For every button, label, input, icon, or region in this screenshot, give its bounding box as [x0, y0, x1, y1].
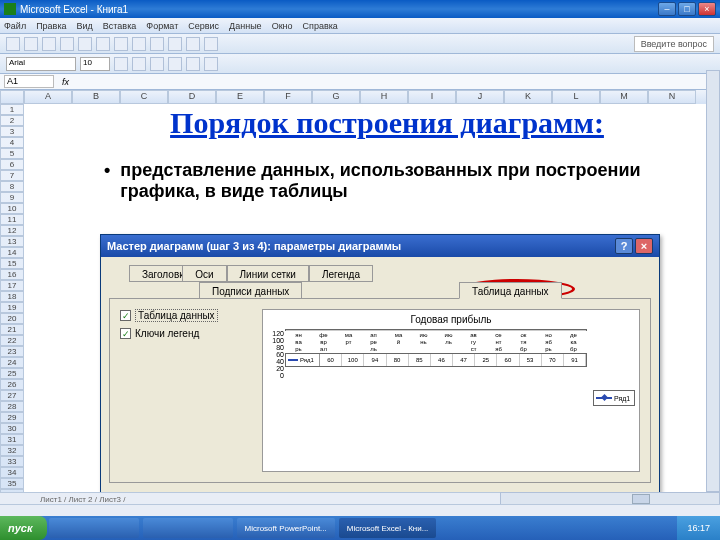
- name-box[interactable]: A1: [4, 75, 54, 88]
- taskbar-item[interactable]: [49, 518, 139, 538]
- align-left-icon[interactable]: [168, 57, 182, 71]
- open-icon[interactable]: [24, 37, 38, 51]
- undo-icon[interactable]: [132, 37, 146, 51]
- menu-view[interactable]: Вид: [77, 21, 93, 31]
- chart-icon[interactable]: [186, 37, 200, 51]
- checkbox-legendkeys[interactable]: ✓ Ключи легенд: [120, 328, 250, 339]
- bold-icon[interactable]: [114, 57, 128, 71]
- menu-format[interactable]: Формат: [146, 21, 178, 31]
- checkbox-datatable[interactable]: ✓ Таблица данных: [120, 309, 250, 322]
- row-header[interactable]: 15: [0, 258, 24, 269]
- row-header[interactable]: 35: [0, 478, 24, 489]
- font-name-select[interactable]: Arial: [6, 57, 76, 71]
- row-header[interactable]: 3: [0, 126, 24, 137]
- row-header[interactable]: 27: [0, 390, 24, 401]
- row-header[interactable]: 14: [0, 247, 24, 258]
- col-header[interactable]: F: [264, 90, 312, 104]
- row-header[interactable]: 32: [0, 445, 24, 456]
- vertical-scrollbar[interactable]: [706, 70, 720, 492]
- minimize-button[interactable]: –: [658, 2, 676, 16]
- row-header[interactable]: 10: [0, 203, 24, 214]
- menu-file[interactable]: Файл: [4, 21, 26, 31]
- row-header[interactable]: 24: [0, 357, 24, 368]
- taskbar-item[interactable]: [143, 518, 233, 538]
- redo-icon[interactable]: [150, 37, 164, 51]
- row-header[interactable]: 31: [0, 434, 24, 445]
- tab-axes[interactable]: Оси: [182, 265, 226, 282]
- row-header[interactable]: 11: [0, 214, 24, 225]
- font-size-select[interactable]: 10: [80, 57, 110, 71]
- menu-window[interactable]: Окно: [272, 21, 293, 31]
- menu-tools[interactable]: Сервис: [188, 21, 219, 31]
- row-header[interactable]: 19: [0, 302, 24, 313]
- row-header[interactable]: 29: [0, 412, 24, 423]
- tab-datatable[interactable]: Таблица данных: [459, 282, 562, 299]
- col-header[interactable]: A: [24, 90, 72, 104]
- row-header[interactable]: 33: [0, 456, 24, 467]
- col-header[interactable]: N: [648, 90, 696, 104]
- tab-legend[interactable]: Легенда: [309, 265, 373, 282]
- row-header[interactable]: 2: [0, 115, 24, 126]
- col-header[interactable]: M: [600, 90, 648, 104]
- col-header[interactable]: G: [312, 90, 360, 104]
- col-header[interactable]: D: [168, 90, 216, 104]
- row-header[interactable]: 21: [0, 324, 24, 335]
- row-header[interactable]: 20: [0, 313, 24, 324]
- scrollbar-thumb[interactable]: [632, 494, 650, 504]
- copy-icon[interactable]: [96, 37, 110, 51]
- menu-edit[interactable]: Правка: [36, 21, 66, 31]
- row-header[interactable]: 16: [0, 269, 24, 280]
- row-header[interactable]: 28: [0, 401, 24, 412]
- row-header[interactable]: 22: [0, 335, 24, 346]
- col-header[interactable]: L: [552, 90, 600, 104]
- taskbar-item-powerpoint[interactable]: Microsoft PowerPoint...: [237, 518, 335, 538]
- row-header[interactable]: 7: [0, 170, 24, 181]
- print-icon[interactable]: [60, 37, 74, 51]
- row-header[interactable]: 8: [0, 181, 24, 192]
- row-header[interactable]: 26: [0, 379, 24, 390]
- row-header[interactable]: 30: [0, 423, 24, 434]
- row-header[interactable]: 34: [0, 467, 24, 478]
- row-header[interactable]: 9: [0, 192, 24, 203]
- new-icon[interactable]: [6, 37, 20, 51]
- italic-icon[interactable]: [132, 57, 146, 71]
- tab-gridlines[interactable]: Линии сетки: [227, 265, 309, 282]
- menu-help[interactable]: Справка: [303, 21, 338, 31]
- align-right-icon[interactable]: [204, 57, 218, 71]
- row-header[interactable]: 17: [0, 280, 24, 291]
- tab-datalabels[interactable]: Подписи данных: [199, 282, 302, 299]
- col-header[interactable]: C: [120, 90, 168, 104]
- row-header[interactable]: 1: [0, 104, 24, 115]
- menu-insert[interactable]: Вставка: [103, 21, 136, 31]
- row-header[interactable]: 6: [0, 159, 24, 170]
- close-button[interactable]: ×: [698, 2, 716, 16]
- col-header[interactable]: B: [72, 90, 120, 104]
- taskbar-item-excel[interactable]: Microsoft Excel - Кни...: [339, 518, 437, 538]
- row-header[interactable]: 18: [0, 291, 24, 302]
- col-header[interactable]: K: [504, 90, 552, 104]
- help-button[interactable]: ?: [615, 238, 633, 254]
- row-header[interactable]: 25: [0, 368, 24, 379]
- col-header[interactable]: E: [216, 90, 264, 104]
- sort-icon[interactable]: [168, 37, 182, 51]
- menu-data[interactable]: Данные: [229, 21, 262, 31]
- row-header[interactable]: 13: [0, 236, 24, 247]
- col-header[interactable]: J: [456, 90, 504, 104]
- row-header[interactable]: 12: [0, 225, 24, 236]
- col-header[interactable]: I: [408, 90, 456, 104]
- save-icon[interactable]: [42, 37, 56, 51]
- underline-icon[interactable]: [150, 57, 164, 71]
- maximize-button[interactable]: □: [678, 2, 696, 16]
- zoom-icon[interactable]: [204, 37, 218, 51]
- col-header[interactable]: H: [360, 90, 408, 104]
- system-tray[interactable]: 16:17: [677, 516, 720, 540]
- row-header[interactable]: 23: [0, 346, 24, 357]
- start-button[interactable]: пуск: [0, 516, 47, 540]
- cut-icon[interactable]: [78, 37, 92, 51]
- paste-icon[interactable]: [114, 37, 128, 51]
- row-header[interactable]: 5: [0, 148, 24, 159]
- row-header[interactable]: 4: [0, 137, 24, 148]
- wizard-close-button[interactable]: ×: [635, 238, 653, 254]
- align-center-icon[interactable]: [186, 57, 200, 71]
- help-search-box[interactable]: Введите вопрос: [634, 36, 714, 52]
